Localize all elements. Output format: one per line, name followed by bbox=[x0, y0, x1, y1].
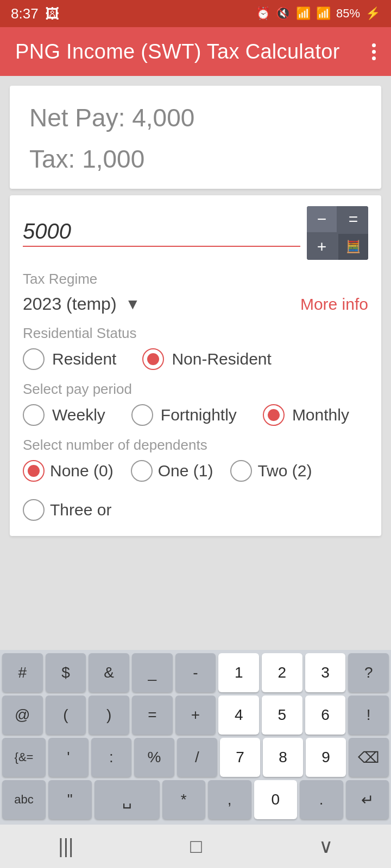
keyboard: # $ & _ - 1 2 3 ? @ ( ) = + 4 5 6 ! {&= … bbox=[0, 650, 391, 825]
equals-button[interactable]: = bbox=[338, 206, 368, 232]
none-radio-dot bbox=[28, 465, 40, 477]
key-ampersand[interactable]: & bbox=[89, 653, 129, 692]
net-pay-display: Net Pay: 4,000 bbox=[29, 103, 362, 132]
key-abc[interactable]: abc bbox=[2, 780, 46, 819]
key-exclamation[interactable]: ! bbox=[348, 695, 389, 735]
dependents-label: Select number of dependents bbox=[23, 437, 368, 454]
two-label: Two (2) bbox=[257, 462, 312, 480]
calc-icon: 🧮 bbox=[338, 234, 368, 260]
battery-icon: ⚡ bbox=[365, 7, 380, 21]
fortnightly-radio[interactable] bbox=[131, 404, 153, 426]
key-period[interactable]: . bbox=[300, 780, 343, 819]
key-space[interactable]: ␣ bbox=[94, 780, 160, 819]
key-asterisk[interactable]: * bbox=[162, 780, 206, 819]
key-question[interactable]: ? bbox=[348, 653, 389, 692]
regime-select[interactable]: 2023 (temp) ▼ bbox=[23, 294, 140, 314]
battery-label: 85% bbox=[336, 7, 360, 21]
key-symbols[interactable]: {&= bbox=[2, 738, 46, 777]
three-radio[interactable] bbox=[23, 499, 45, 521]
one-label: One (1) bbox=[158, 462, 213, 480]
non-resident-radio[interactable] bbox=[142, 348, 164, 370]
key-comma[interactable]: , bbox=[208, 780, 251, 819]
more-vert-icon[interactable] bbox=[372, 43, 376, 60]
key-colon[interactable]: : bbox=[91, 738, 131, 777]
amount-input-wrap bbox=[23, 219, 300, 247]
chevron-down-icon: ▼ bbox=[125, 296, 141, 313]
recent-icon[interactable]: ∨ bbox=[319, 835, 333, 858]
back-icon[interactable]: ||| bbox=[58, 835, 73, 858]
monthly-option[interactable]: Monthly bbox=[263, 404, 349, 426]
gallery-icon: 🖼 bbox=[45, 5, 59, 22]
key-quote[interactable]: " bbox=[48, 780, 92, 819]
key-7[interactable]: 7 bbox=[220, 738, 260, 777]
two-option[interactable]: Two (2) bbox=[230, 460, 312, 482]
key-6[interactable]: 6 bbox=[305, 695, 346, 735]
tax-regime-label: Tax Regime bbox=[23, 271, 368, 288]
net-pay-value: 4,000 bbox=[132, 104, 194, 132]
key-slash[interactable]: / bbox=[177, 738, 217, 777]
resident-radio[interactable] bbox=[23, 348, 45, 370]
none-radio[interactable] bbox=[23, 460, 45, 482]
key-percent[interactable]: % bbox=[134, 738, 174, 777]
plus-button[interactable]: + bbox=[307, 234, 337, 260]
status-right: ⏰ 🔇 📶 📶 85% ⚡ bbox=[256, 7, 380, 21]
key-open-paren[interactable]: ( bbox=[46, 695, 86, 735]
minus-button[interactable]: − bbox=[307, 206, 337, 232]
more-info-button[interactable]: More info bbox=[300, 295, 368, 314]
one-radio[interactable] bbox=[131, 460, 153, 482]
key-hash[interactable]: # bbox=[2, 653, 43, 692]
mute-icon: 🔇 bbox=[276, 7, 291, 21]
pay-period-group: Weekly Fortnightly Monthly bbox=[23, 404, 368, 426]
key-plus[interactable]: + bbox=[175, 695, 216, 735]
dependents-group: None (0) One (1) Two (2) Three or bbox=[23, 460, 368, 521]
residential-status-group: Resident Non-Resident bbox=[23, 348, 368, 370]
monthly-radio-dot bbox=[268, 409, 280, 421]
key-hyphen[interactable]: - bbox=[175, 653, 216, 692]
key-3[interactable]: 3 bbox=[305, 653, 346, 692]
wifi-icon: 📶 bbox=[296, 7, 311, 21]
key-close-paren[interactable]: ) bbox=[89, 695, 129, 735]
fortnightly-option[interactable]: Fortnightly bbox=[131, 404, 237, 426]
key-4[interactable]: 4 bbox=[218, 695, 259, 735]
key-9[interactable]: 9 bbox=[306, 738, 346, 777]
home-icon[interactable]: □ bbox=[190, 835, 202, 858]
none-option[interactable]: None (0) bbox=[23, 460, 113, 482]
status-bar: 8:37 🖼 ⏰ 🔇 📶 📶 85% ⚡ bbox=[0, 0, 391, 27]
weekly-label: Weekly bbox=[52, 406, 105, 424]
key-at[interactable]: @ bbox=[2, 695, 43, 735]
three-option[interactable]: Three or bbox=[23, 499, 111, 521]
key-5[interactable]: 5 bbox=[262, 695, 302, 735]
key-equals[interactable]: = bbox=[132, 695, 173, 735]
resident-label: Resident bbox=[52, 350, 116, 368]
fortnightly-label: Fortnightly bbox=[161, 406, 237, 424]
monthly-radio[interactable] bbox=[263, 404, 285, 426]
status-left: 8:37 🖼 bbox=[11, 5, 59, 22]
one-option[interactable]: One (1) bbox=[131, 460, 213, 482]
pay-period-label: Select pay period bbox=[23, 381, 368, 398]
key-1[interactable]: 1 bbox=[218, 653, 259, 692]
weekly-radio[interactable] bbox=[23, 404, 45, 426]
key-0[interactable]: 0 bbox=[254, 780, 298, 819]
two-radio[interactable] bbox=[230, 460, 252, 482]
key-enter[interactable]: ↵ bbox=[346, 780, 389, 819]
key-8[interactable]: 8 bbox=[263, 738, 303, 777]
key-underscore[interactable]: _ bbox=[132, 653, 173, 692]
input-card: − = + 🧮 Tax Regime 2023 (temp) ▼ More in… bbox=[10, 195, 381, 536]
key-apostrophe[interactable]: ' bbox=[48, 738, 89, 777]
keyboard-row-4: abc " ␣ * , 0 . ↵ bbox=[2, 780, 389, 819]
resident-option[interactable]: Resident bbox=[23, 348, 116, 370]
amount-input[interactable] bbox=[23, 219, 300, 244]
status-time: 8:37 bbox=[11, 5, 39, 22]
calc-buttons: − = + 🧮 bbox=[307, 206, 368, 260]
weekly-option[interactable]: Weekly bbox=[23, 404, 105, 426]
three-label: Three or bbox=[50, 501, 111, 519]
key-dollar[interactable]: $ bbox=[46, 653, 86, 692]
app-bar: PNG Income (SWT) Tax Calculator bbox=[0, 27, 391, 76]
signal-icon: 📶 bbox=[316, 7, 331, 21]
key-backspace[interactable]: ⌫ bbox=[349, 738, 389, 777]
key-2[interactable]: 2 bbox=[262, 653, 302, 692]
result-card: Net Pay: 4,000 Tax: 1,000 bbox=[10, 86, 381, 189]
non-resident-option[interactable]: Non-Resident bbox=[142, 348, 271, 370]
net-pay-label: Net Pay: bbox=[29, 104, 125, 132]
non-resident-radio-dot bbox=[147, 353, 159, 365]
